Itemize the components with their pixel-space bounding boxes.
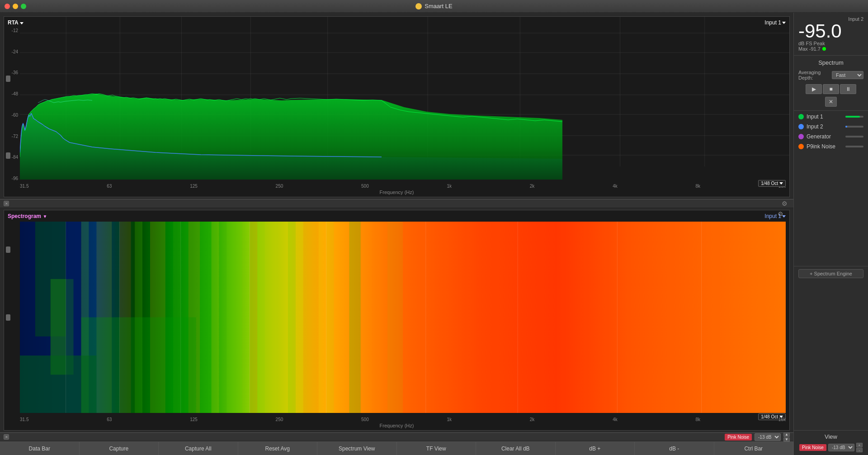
clear-all-db-button[interactable]: Clear All dB bbox=[476, 442, 556, 455]
data-bar-button[interactable]: Data Bar bbox=[0, 442, 80, 455]
window-controls bbox=[5, 4, 26, 9]
view-db-up[interactable]: + bbox=[856, 443, 863, 447]
view-label: View bbox=[798, 433, 863, 440]
db-up-arrow[interactable]: ▲ bbox=[783, 432, 790, 437]
generator-dot bbox=[798, 134, 804, 139]
transport-row: ▶ ■ ⏸ bbox=[798, 84, 863, 94]
rta-settings-icon[interactable]: ⚙ bbox=[782, 200, 789, 207]
titlebar: Smaart LE bbox=[0, 0, 868, 13]
oct-dropdown-arrow bbox=[779, 182, 783, 185]
stop-button[interactable]: ■ bbox=[823, 84, 839, 94]
db-plus-button[interactable]: dB + bbox=[556, 442, 635, 455]
tool-settings-button[interactable]: ✕ bbox=[825, 97, 837, 107]
bottom-toolbar: Data Bar Capture Capture All Reset Avg S… bbox=[0, 441, 793, 455]
spectro-header: Spectrogram ▼ Input 1 bbox=[8, 213, 786, 219]
input2-slider[interactable] bbox=[845, 126, 863, 128]
svg-rect-34 bbox=[288, 222, 296, 413]
spectrogram-panel: Spectrogram ▼ Input 1 bbox=[4, 210, 790, 431]
avg-depth-select[interactable]: Fast Medium Slow bbox=[832, 71, 863, 79]
app-icon bbox=[415, 3, 422, 9]
spectro-dropdown[interactable]: ▼ bbox=[42, 214, 47, 219]
rta-scroll-handle-bottom[interactable] bbox=[6, 152, 10, 159]
svg-rect-42 bbox=[20, 355, 96, 413]
svg-rect-36 bbox=[326, 222, 334, 413]
rta-x-axis: 31.5 63 125 250 500 1k 2k 4k 8k 16k bbox=[20, 184, 786, 189]
level-value: -95.0 bbox=[798, 22, 863, 41]
view-pink-noise-button[interactable]: Pink Noise bbox=[799, 444, 826, 451]
pink-noise-name: P9ink Noise bbox=[807, 143, 843, 150]
generator-name: Generator bbox=[807, 133, 843, 140]
ctrl-bar-button[interactable]: Ctrl Bar bbox=[714, 442, 794, 455]
spectrum-view-button[interactable]: Spectrum View bbox=[317, 442, 397, 455]
pink-noise-button[interactable]: Pink Noise bbox=[725, 434, 752, 441]
input2-level bbox=[845, 126, 847, 128]
spectro-scroll-handle-bottom[interactable] bbox=[6, 314, 10, 321]
avg-depth-label: Averaging Depth: bbox=[798, 70, 830, 81]
spectrum-title: Spectrum bbox=[798, 59, 863, 66]
pink-noise-dot bbox=[798, 144, 804, 149]
avg-depth-row: Averaging Depth: Fast Medium Slow bbox=[798, 70, 863, 81]
rta-oct-badge[interactable]: 1/48 Oct bbox=[758, 180, 786, 187]
minimize-button[interactable] bbox=[13, 4, 18, 9]
svg-rect-35 bbox=[303, 222, 319, 413]
spectro-x-axis: 31.5 63 125 250 500 1k 2k 4k 8k 16k bbox=[20, 417, 786, 422]
input-row-pink-noise: P9ink Noise bbox=[798, 143, 863, 150]
panel-divider: ✕ ⚙ bbox=[0, 199, 793, 208]
input1-dot bbox=[798, 114, 804, 119]
db-arrows: ▲ ▼ bbox=[783, 432, 790, 442]
close-button[interactable] bbox=[5, 4, 10, 9]
view-controls: Pink Noise -13 dB -12 dB -18 dB + - bbox=[798, 443, 863, 452]
spectro-chart bbox=[20, 222, 786, 413]
svg-rect-31 bbox=[226, 222, 242, 413]
pink-noise-slider[interactable] bbox=[845, 146, 863, 147]
view-db-down[interactable]: - bbox=[856, 448, 863, 452]
input-row-generator: Generator bbox=[798, 133, 863, 140]
capture-button[interactable]: Capture bbox=[80, 442, 159, 455]
spectro-scroll-handle-top[interactable] bbox=[6, 246, 10, 253]
input-row-2: Input 2 bbox=[798, 123, 863, 130]
generator-slider[interactable] bbox=[845, 136, 863, 137]
reset-avg-button[interactable]: Reset Avg bbox=[238, 442, 318, 455]
spectro-input-arrow bbox=[782, 215, 786, 218]
input-dropdown-arrow bbox=[782, 22, 786, 24]
level-indicator-dot bbox=[822, 47, 826, 51]
svg-rect-41 bbox=[81, 318, 196, 413]
spectro-view-controls: Pink Noise -13 dB -12 dB -18 dB ▲ ▼ bbox=[725, 432, 790, 442]
spectro-freq-label: Frequency (Hz) bbox=[380, 423, 414, 428]
rta-scroll-handle-top[interactable] bbox=[6, 76, 10, 82]
rta-label: RTA bbox=[8, 19, 24, 26]
tools-row: ✕ bbox=[798, 97, 863, 107]
app-title: Smaart LE bbox=[415, 3, 452, 9]
spectrum-section: Spectrum Averaging Depth: Fast Medium Sl… bbox=[794, 56, 868, 111]
view-section: View Pink Noise -13 dB -12 dB -18 dB + - bbox=[794, 430, 868, 455]
input2-dot bbox=[798, 124, 804, 129]
db-minus-button[interactable]: dB - bbox=[635, 442, 714, 455]
maximize-button[interactable] bbox=[21, 4, 26, 9]
db-value-select[interactable]: -13 dB -12 dB -18 dB bbox=[755, 433, 781, 441]
rta-chart bbox=[20, 17, 789, 180]
svg-rect-30 bbox=[212, 222, 219, 413]
play-button[interactable]: ▶ bbox=[806, 84, 822, 94]
svg-rect-37 bbox=[349, 222, 360, 413]
spectro-close-icon[interactable]: ✕ bbox=[4, 434, 9, 440]
input2-name: Input 2 bbox=[807, 123, 843, 130]
tf-view-button[interactable]: TF View bbox=[397, 442, 476, 455]
rta-dropdown-arrow[interactable] bbox=[20, 22, 24, 24]
right-spacer bbox=[794, 281, 868, 431]
main-layout: RTA Input 1 -12 -24 -36 -48 -60 -72 -84 … bbox=[0, 13, 868, 455]
rta-input-selector[interactable]: Input 1 bbox=[764, 19, 786, 26]
view-db-select[interactable]: -13 dB -12 dB -18 dB bbox=[828, 444, 854, 451]
level-meter: Input 2 -95.0 dB FS Peak Max -91.7 bbox=[794, 13, 868, 56]
db-down-arrow[interactable]: ▼ bbox=[783, 437, 790, 442]
add-spectrum-engine-button[interactable]: + Spectrum Engine bbox=[798, 269, 863, 278]
input1-slider[interactable] bbox=[845, 116, 863, 118]
panel-close-icon[interactable]: ✕ bbox=[4, 201, 9, 206]
add-engine-section: + Spectrum Engine bbox=[794, 266, 868, 281]
spectro-input-selector[interactable]: Input 1 bbox=[764, 213, 786, 219]
svg-rect-40 bbox=[403, 222, 786, 413]
view-db-arrows: + - bbox=[856, 443, 863, 452]
input1-level bbox=[845, 116, 860, 118]
spectro-label: Spectrogram ▼ bbox=[8, 213, 47, 219]
capture-all-button[interactable]: Capture All bbox=[159, 442, 238, 455]
pause-button[interactable]: ⏸ bbox=[840, 84, 856, 94]
